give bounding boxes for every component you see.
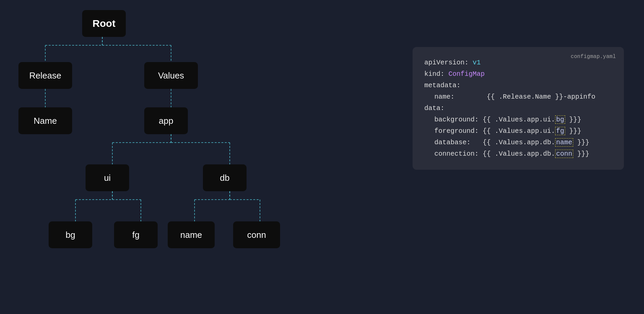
node-release: Release — [18, 62, 72, 89]
code-line-4: name: {{ .Release.Name }}-appinfo — [424, 91, 612, 103]
code-line-3: metadata: — [424, 80, 612, 91]
tree-connections — [0, 0, 302, 314]
node-bg: bg — [49, 221, 92, 248]
node-ui: ui — [86, 164, 129, 191]
node-root: Root — [82, 10, 126, 37]
code-line-6: background: {{ .Values.app.ui.bg }}} — [424, 114, 612, 125]
node-fg: fg — [114, 221, 158, 248]
node-name: Name — [18, 107, 72, 134]
code-panel: configmap.yaml apiVersion: v1 kind: Conf… — [413, 47, 624, 170]
code-line-5: data: — [424, 103, 612, 114]
node-conn: conn — [233, 221, 280, 248]
node-db: db — [203, 164, 247, 191]
code-line-9: connection: {{ .Values.app.db.conn }}} — [424, 148, 612, 160]
code-line-7: foreground: {{ .Values.app.ui.fg }}} — [424, 125, 612, 137]
node-dbname: name — [168, 221, 215, 248]
code-line-2: kind: ConfigMap — [424, 68, 612, 80]
node-app: app — [144, 107, 188, 134]
code-line-8: database: {{ .Values.app.db.name }}} — [424, 137, 612, 148]
tree-diagram: Root Release Values Name app ui db bg fg… — [0, 0, 302, 314]
code-filename: configmap.yaml — [571, 52, 616, 61]
node-values: Values — [144, 62, 198, 89]
